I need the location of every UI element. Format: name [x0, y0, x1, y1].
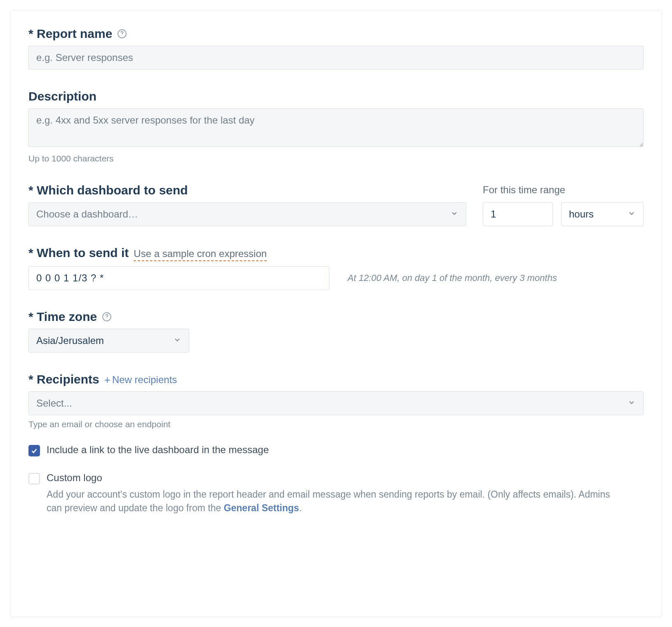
dashboard-select[interactable]: Choose a dashboard…: [28, 202, 466, 226]
chevron-down-icon: [627, 208, 636, 220]
dashboard-label: * Which dashboard to send: [28, 183, 188, 197]
timezone-value: Asia/Jerusalem: [36, 335, 104, 346]
custom-logo-description: Add your account's custom logo in the re…: [28, 488, 614, 515]
custom-logo-label: Custom logo: [47, 472, 102, 484]
include-link-checkbox[interactable]: [28, 445, 40, 456]
new-recipients-link[interactable]: + New recipients: [104, 374, 177, 386]
recipients-label: * Recipients: [28, 372, 99, 386]
custom-logo-desc-suffix: .: [299, 503, 301, 513]
new-recipients-text: New recipients: [112, 374, 177, 386]
time-range-unit-select[interactable]: hours: [561, 202, 644, 226]
general-settings-link[interactable]: General Settings: [224, 503, 299, 513]
include-link-row: Include a link to the live dashboard in …: [28, 444, 644, 456]
report-name-section: * Report name: [28, 27, 644, 70]
dashboard-select-placeholder: Choose a dashboard…: [36, 208, 138, 220]
chevron-down-icon: [450, 208, 458, 220]
include-link-label: Include a link to the live dashboard in …: [47, 444, 269, 456]
svg-point-1: [122, 35, 123, 36]
help-icon[interactable]: [102, 312, 112, 322]
report-name-label: * Report name: [28, 27, 112, 41]
dashboard-section: * Which dashboard to send Choose a dashb…: [28, 183, 644, 226]
cron-expression-input[interactable]: [28, 266, 329, 290]
time-range-label: For this time range: [483, 184, 644, 196]
chevron-down-icon: [627, 398, 636, 409]
cron-description: At 12:00 AM, on day 1 of the month, ever…: [348, 273, 557, 283]
timezone-select[interactable]: Asia/Jerusalem: [28, 329, 189, 353]
chevron-down-icon: [173, 335, 181, 346]
time-range-unit-value: hours: [569, 208, 594, 220]
custom-logo-section: Custom logo Add your account's custom lo…: [28, 472, 644, 515]
recipients-section: * Recipients + New recipients Select... …: [28, 372, 644, 429]
description-hint: Up to 1000 characters: [28, 154, 644, 164]
cron-sample-link[interactable]: Use a sample cron expression: [134, 248, 267, 261]
custom-logo-desc-prefix: Add your account's custom logo in the re…: [47, 489, 610, 513]
time-range-value-input[interactable]: [483, 202, 553, 226]
report-name-input[interactable]: [28, 46, 644, 70]
description-section: Description Up to 1000 characters: [28, 89, 644, 164]
check-icon: [31, 447, 38, 454]
recipients-select[interactable]: Select...: [28, 391, 644, 415]
svg-point-3: [106, 318, 107, 319]
timezone-section: * Time zone Asia/Jerusalem: [28, 310, 644, 353]
timezone-label: * Time zone: [28, 310, 97, 324]
schedule-section: * When to send it Use a sample cron expr…: [28, 246, 644, 290]
report-form-panel: * Report name Description Up to 1000 cha…: [10, 10, 662, 617]
help-icon[interactable]: [117, 29, 127, 39]
description-label: Description: [28, 89, 96, 103]
schedule-label: * When to send it: [28, 246, 129, 260]
description-input[interactable]: [28, 108, 644, 147]
plus-icon: +: [104, 374, 110, 385]
recipients-hint: Type an email or choose an endpoint: [28, 419, 644, 429]
custom-logo-checkbox[interactable]: [28, 473, 40, 484]
recipients-placeholder: Select...: [36, 398, 72, 409]
